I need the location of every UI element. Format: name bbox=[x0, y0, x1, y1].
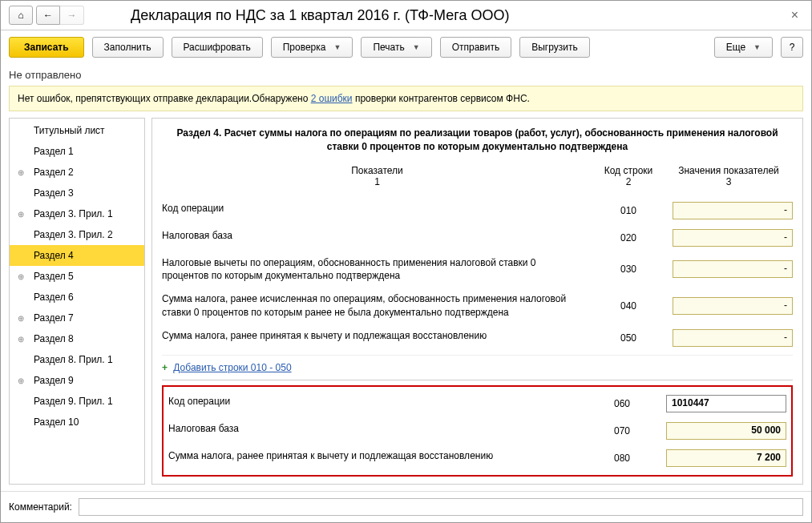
form-row: Сумма налога, ранее принятая к вычету и … bbox=[162, 324, 793, 352]
sidebar-item[interactable]: Раздел 9. Прил. 1 bbox=[10, 391, 144, 412]
row-code: 010 bbox=[592, 205, 665, 216]
form-row: Код операции010 bbox=[162, 197, 793, 224]
row-code: 080 bbox=[586, 453, 658, 464]
column-headers: Показатели 1 Код строки 2 Значения показ… bbox=[162, 165, 793, 187]
back-button[interactable]: ← bbox=[36, 6, 60, 25]
row-label: Сумма налога, ранее принятая к вычету и … bbox=[168, 449, 586, 463]
sidebar-item[interactable]: Раздел 10 bbox=[10, 412, 144, 432]
sidebar-item[interactable]: Раздел 2 bbox=[10, 162, 144, 183]
form-row: Налоговая база07050 000 bbox=[168, 417, 786, 445]
notice-suffix: проверки контрагентов сервисом ФНС. bbox=[353, 93, 530, 104]
sidebar-item[interactable]: Раздел 8 bbox=[10, 328, 144, 349]
window-title: Декларация по НДС за 1 квартал 2016 г. (… bbox=[97, 7, 780, 24]
row-code: 070 bbox=[586, 425, 658, 437]
forward-button[interactable]: → bbox=[60, 6, 84, 25]
form-row: Налоговая база020 bbox=[162, 224, 793, 251]
sidebar-item[interactable]: Титульный лист bbox=[10, 120, 144, 141]
help-button[interactable]: ? bbox=[781, 37, 803, 58]
status-text: Не отправлено bbox=[1, 64, 811, 86]
print-button[interactable]: Печать ▼ bbox=[361, 37, 431, 58]
row-label: Код операции bbox=[162, 202, 592, 215]
notice-link[interactable]: 2 ошибки bbox=[311, 93, 353, 104]
home-button[interactable]: ⌂ bbox=[9, 6, 33, 25]
value-field[interactable] bbox=[673, 297, 793, 315]
row-label: Налоговые вычеты по операциям, обоснован… bbox=[162, 256, 592, 284]
decode-button[interactable]: Расшифровать bbox=[172, 37, 263, 58]
chevron-down-icon: ▼ bbox=[753, 43, 761, 51]
row-code: 020 bbox=[592, 232, 665, 243]
sidebar-item[interactable]: Раздел 6 bbox=[10, 287, 144, 308]
arrow-right-icon: → bbox=[67, 10, 77, 21]
notice-prefix: Нет ошибок, препятствующих отправке декл… bbox=[18, 93, 311, 104]
row-label: Код операции bbox=[168, 395, 586, 408]
value-field[interactable] bbox=[673, 229, 793, 247]
sidebar-item[interactable]: Раздел 3. Прил. 2 bbox=[10, 224, 144, 245]
comment-label: Комментарий: bbox=[9, 501, 72, 513]
comment-input[interactable] bbox=[79, 498, 803, 516]
row-code: 040 bbox=[592, 300, 665, 312]
form-row: Код операции0601010447 bbox=[168, 390, 786, 417]
sidebar-item[interactable]: Раздел 8. Прил. 1 bbox=[10, 349, 144, 370]
row-label: Сумма налога, ранее принятая к вычету и … bbox=[162, 329, 592, 343]
section-title: Раздел 4. Расчет суммы налога по операци… bbox=[162, 127, 793, 154]
form-row: Сумма налога, ранее исчисленная по опера… bbox=[162, 288, 793, 324]
save-button[interactable]: Записать bbox=[9, 37, 84, 58]
row-code: 060 bbox=[586, 398, 658, 409]
sidebar: Титульный листРаздел 1Раздел 2Раздел 3Ра… bbox=[9, 118, 145, 485]
check-button[interactable]: Проверка ▼ bbox=[271, 37, 353, 58]
home-icon: ⌂ bbox=[18, 10, 23, 21]
more-button[interactable]: Еще ▼ bbox=[714, 37, 773, 58]
row-label: Сумма налога, ранее исчисленная по опера… bbox=[162, 292, 592, 320]
add-rows-link: + Добавить строки 010 - 050 bbox=[162, 355, 793, 380]
form-row: Налоговые вычеты по операциям, обоснован… bbox=[162, 251, 793, 288]
arrow-left-icon: ← bbox=[43, 10, 53, 21]
value-field[interactable]: 7 200 bbox=[666, 449, 786, 467]
sidebar-item[interactable]: Раздел 1 bbox=[10, 141, 144, 162]
chevron-down-icon: ▼ bbox=[333, 43, 341, 51]
value-field[interactable] bbox=[673, 260, 793, 278]
notice-bar: Нет ошибок, препятствующих отправке декл… bbox=[9, 86, 803, 111]
row-code: 050 bbox=[592, 332, 665, 344]
row-label: Налоговая база bbox=[162, 229, 592, 243]
content-panel: Раздел 4. Расчет суммы налога по операци… bbox=[151, 118, 803, 485]
plus-icon: + bbox=[162, 362, 168, 373]
form-row: Сумма налога, ранее принятая к вычету и … bbox=[168, 445, 786, 472]
chevron-down-icon: ▼ bbox=[413, 43, 420, 51]
sidebar-item[interactable]: Раздел 7 bbox=[10, 308, 144, 328]
export-button[interactable]: Выгрузить bbox=[519, 37, 590, 58]
sidebar-item[interactable]: Раздел 3 bbox=[10, 183, 144, 203]
highlighted-block: Код операции0601010447Налоговая база0705… bbox=[162, 385, 793, 477]
value-field[interactable]: 50 000 bbox=[666, 422, 786, 440]
value-field[interactable]: 1010447 bbox=[666, 395, 786, 412]
row-label: Налоговая база bbox=[168, 422, 586, 436]
value-field[interactable] bbox=[673, 329, 793, 347]
row-code: 030 bbox=[592, 264, 665, 275]
close-button[interactable]: × bbox=[786, 8, 803, 22]
sidebar-item[interactable]: Раздел 3. Прил. 1 bbox=[10, 203, 144, 224]
send-button[interactable]: Отправить bbox=[440, 37, 512, 58]
sidebar-item[interactable]: Раздел 5 bbox=[10, 266, 144, 287]
value-field[interactable] bbox=[673, 202, 793, 219]
add-rows-anchor[interactable]: Добавить строки 010 - 050 bbox=[173, 362, 291, 373]
sidebar-item[interactable]: Раздел 4 bbox=[10, 245, 144, 266]
fill-button[interactable]: Заполнить bbox=[92, 37, 164, 58]
sidebar-item[interactable]: Раздел 9 bbox=[10, 370, 144, 391]
